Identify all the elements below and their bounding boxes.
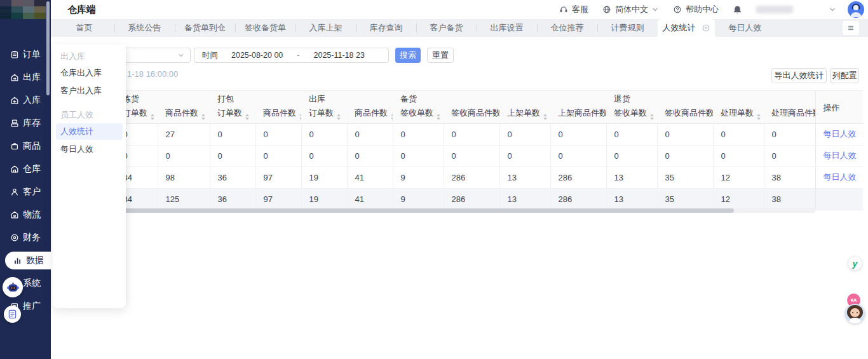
operation-cell: 每日人效 [815, 123, 863, 145]
tab-首页[interactable]: 首页 [54, 19, 114, 37]
sort-caret-icon[interactable] [650, 114, 654, 120]
username-redacted [756, 6, 793, 13]
daily-efficiency-link[interactable]: 每日人效 [824, 172, 857, 182]
tab-label: 入库上架 [309, 22, 342, 34]
language-selector[interactable]: 简体中文 [602, 4, 659, 15]
cell: 0 [347, 145, 393, 166]
tab-每日人效[interactable]: 每日人效 [715, 19, 775, 37]
column-header-签收单数[interactable]: 签收单数 [606, 105, 657, 123]
tab-系统公告[interactable]: 系统公告 [114, 19, 175, 37]
time-range-picker[interactable]: 时间 2025-08-20 00 - 2025-11-18 23 [194, 48, 389, 63]
sidebar-item-warehouse[interactable]: 仓库 [0, 158, 51, 180]
sort-caret-icon[interactable] [437, 114, 440, 120]
sidebar-item-data[interactable]: 数据 [0, 249, 51, 272]
table-group-header-row: 拣货打包出库备货退货操作 [54, 91, 863, 105]
daily-efficiency-link[interactable]: 每日人效 [824, 129, 857, 139]
sidebar-item-inventory[interactable]: 库存 [0, 112, 51, 135]
tab-备货单到仓[interactable]: 备货单到仓 [175, 19, 235, 37]
question-circle-icon [673, 5, 682, 15]
sort-caret-icon[interactable] [337, 114, 341, 120]
assistant-avatar[interactable] [845, 304, 865, 323]
column-header-商品件数[interactable]: 商品件数 [347, 105, 393, 123]
document-icon [7, 309, 18, 320]
order-icon [10, 50, 19, 59]
submenu-item-人效统计[interactable]: 人效统计 [56, 123, 123, 140]
cell: 27 [158, 123, 210, 145]
sidebar-item-inbound[interactable]: 入库 [0, 89, 51, 112]
tab-库存查询[interactable]: 库存查询 [356, 19, 416, 37]
sidebar-nav: 订单出库入库库存商品仓库客户物流财务数据系统推广 [0, 43, 51, 318]
column-header-商品件数[interactable]: 商品件数 [158, 105, 210, 123]
sort-caret-icon[interactable] [245, 114, 249, 120]
user-account-dropdown[interactable] [751, 1, 840, 18]
sort-caret-icon[interactable] [757, 114, 761, 120]
time-end-value[interactable]: 2025-11-18 23 [314, 51, 365, 60]
tab-计费规则[interactable]: 计费规则 [597, 19, 658, 37]
customer-service-button[interactable]: 客服 [559, 4, 588, 15]
tab-人效统计[interactable]: 人效统计 [658, 19, 715, 37]
product-icon [10, 142, 19, 151]
column-header-处理单数[interactable]: 处理单数 [713, 105, 764, 123]
avatar[interactable] [848, 1, 864, 18]
customer-icon [10, 187, 19, 196]
sidebar-item-outbound[interactable]: 出库 [0, 66, 51, 89]
time-start-value[interactable]: 2025-08-20 00 [231, 51, 283, 60]
sidebar-item-customer[interactable]: 客户 [0, 180, 51, 203]
sort-caret-icon[interactable] [391, 114, 393, 120]
submenu-item-客户出入库[interactable]: 客户出入库 [56, 83, 123, 99]
column-header-订单数[interactable]: 订单数 [301, 105, 347, 123]
y-logo-button[interactable]: y [848, 256, 862, 271]
sort-caret-icon[interactable] [299, 114, 301, 120]
sort-caret-icon[interactable] [543, 114, 547, 120]
reset-button[interactable]: 重置 [427, 48, 454, 63]
sidebar-item-label: 出库 [23, 72, 41, 83]
tab-出库设置[interactable]: 出库设置 [477, 19, 537, 37]
sidebar-item-label: 商品 [23, 140, 41, 152]
sidebar-item-product[interactable]: 商品 [0, 135, 51, 158]
column-header-label: 上架单数 [507, 108, 540, 118]
chatbot-robot-button[interactable] [3, 277, 23, 297]
cell: 0 [550, 145, 606, 166]
column-header-商品件数[interactable]: 商品件数 [255, 105, 301, 123]
column-header-上架商品件数[interactable]: 上架商品件数 [550, 105, 606, 123]
sidebar-item-order[interactable]: 订单 [0, 43, 51, 66]
sidebar-item-finance[interactable]: 财务 [0, 226, 51, 249]
tab-overflow-menu-button[interactable] [843, 21, 859, 35]
sort-caret-icon[interactable] [151, 114, 154, 120]
tab-签收备货单[interactable]: 签收备货单 [235, 19, 295, 37]
column-header-签收商品件数[interactable]: 签收商品件数 [444, 105, 499, 123]
cell: 9 [393, 188, 444, 210]
tab-label: 系统公告 [128, 22, 161, 34]
column-header-签收商品件数[interactable]: 签收商品件数 [657, 105, 713, 123]
tab-label: 每日人效 [729, 22, 762, 34]
column-config-button[interactable]: 列配置 [830, 68, 859, 83]
main-content: 时间 2025-08-20 00 - 2025-11-18 23 搜索 重置 1… [51, 37, 868, 359]
search-button[interactable]: 搜索 [395, 48, 421, 63]
tab-仓位推荐[interactable]: 仓位推荐 [537, 19, 597, 37]
column-header-订单数[interactable]: 订单数 [210, 105, 255, 123]
submenu-item-仓库出入库[interactable]: 仓库出入库 [56, 65, 123, 81]
notifications-button[interactable] [733, 5, 742, 15]
daily-efficiency-link[interactable]: 每日人效 [824, 151, 857, 160]
tab-客户备货[interactable]: 客户备货 [416, 19, 477, 37]
horizontal-scrollbar-thumb[interactable] [54, 208, 734, 213]
close-icon[interactable] [702, 24, 710, 32]
finance-icon [10, 233, 19, 242]
sidebar-item-logistics[interactable]: 物流 [0, 203, 51, 226]
table-row: 027000000000000每日人效 [54, 123, 863, 145]
efficiency-table: 拣货打包出库备货退货操作订单数商品件数订单数商品件数订单数商品件数签收单数签收商… [54, 90, 863, 210]
submenu-item-每日人效[interactable]: 每日人效 [56, 141, 123, 158]
export-efficiency-button[interactable]: 导出人效统计 [771, 68, 827, 83]
column-header-上架单数[interactable]: 上架单数 [499, 105, 550, 123]
cell: 0 [158, 145, 210, 166]
column-header-处理商品件数[interactable]: 处理商品件数 [764, 105, 815, 123]
help-center-button[interactable]: 帮助中心 [673, 4, 719, 15]
bell-icon [733, 5, 742, 15]
cell: 38 [764, 166, 815, 188]
cell: 0 [210, 145, 255, 166]
tab-label: 计费规则 [611, 22, 644, 34]
tab-入库上架[interactable]: 入库上架 [295, 19, 356, 37]
sort-caret-icon[interactable] [201, 114, 205, 120]
document-widget-button[interactable] [4, 306, 21, 323]
column-header-签收单数[interactable]: 签收单数 [393, 105, 444, 123]
